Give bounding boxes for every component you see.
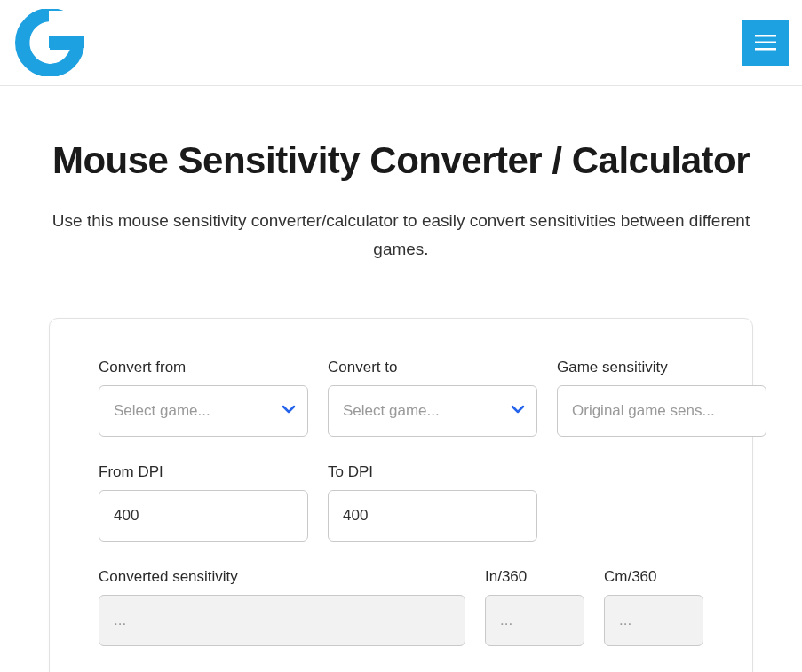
converted-sensitivity-output [99, 595, 465, 646]
svg-rect-3 [49, 11, 86, 36]
cm-360-label: Cm/360 [604, 568, 703, 586]
converted-sensitivity-label: Converted sensitivity [99, 568, 465, 586]
svg-rect-5 [755, 35, 776, 37]
converter-card: Convert from Convert to Game [49, 318, 753, 672]
convert-to-label: Convert to [328, 359, 537, 376]
convert-to-select[interactable] [328, 385, 537, 437]
cm-360-output [604, 595, 703, 646]
page-subtitle: Use this mouse sensitivity converter/cal… [28, 207, 774, 265]
spacer [557, 463, 703, 542]
svg-rect-6 [755, 42, 776, 44]
svg-rect-4 [49, 36, 84, 48]
from-dpi-label: From DPI [99, 463, 308, 481]
hamburger-icon [755, 35, 776, 51]
site-logo[interactable] [13, 9, 86, 76]
menu-button[interactable] [742, 20, 789, 66]
to-dpi-label: To DPI [328, 463, 537, 481]
page-title: Mouse Sensitivity Converter / Calculator [27, 139, 775, 182]
svg-rect-7 [755, 48, 776, 51]
in-360-label: In/360 [485, 568, 584, 586]
convert-from-select[interactable] [99, 385, 308, 437]
from-dpi-input[interactable] [99, 490, 308, 542]
game-sensitivity-input[interactable] [557, 385, 766, 437]
in-360-output [485, 595, 584, 646]
convert-from-label: Convert from [99, 359, 308, 376]
to-dpi-input[interactable] [328, 490, 537, 542]
game-sensitivity-label: Game sensitivity [557, 359, 766, 376]
